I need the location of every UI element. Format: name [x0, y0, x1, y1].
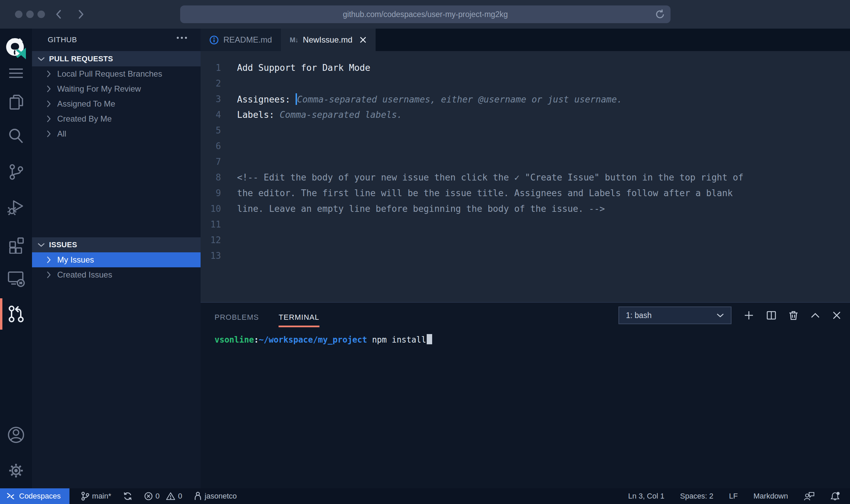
editor-line-5[interactable]: 5: [201, 123, 850, 138]
editor-line-2[interactable]: 2: [201, 76, 850, 91]
eol-status[interactable]: LF: [729, 492, 738, 501]
tree-item-label: My Issues: [57, 255, 94, 265]
git-branch-status[interactable]: main*: [81, 491, 111, 501]
window-controls: [15, 11, 45, 18]
split-terminal-icon[interactable]: [766, 310, 776, 320]
source-control-icon[interactable]: [0, 156, 32, 188]
line-number: 12: [201, 235, 221, 245]
line-number: 9: [201, 188, 221, 198]
editor-line-9[interactable]: 9the editor. The first line will be the …: [201, 185, 850, 201]
sidebar-title: GITHUB: [48, 35, 77, 44]
editor-line-3[interactable]: 3Assignees: Comma-separated usernames, e…: [201, 91, 850, 107]
line-number: 13: [201, 251, 221, 261]
remote-explorer-icon[interactable]: [0, 263, 32, 294]
tree-item-all[interactable]: All: [32, 126, 201, 141]
chevron-right-icon: [46, 115, 51, 123]
editor-line-12[interactable]: 12: [201, 232, 850, 248]
feedback-icon[interactable]: [804, 491, 815, 501]
address-bar[interactable]: github.com/codespaces/user-my-project-mg…: [180, 5, 671, 23]
close-panel-icon[interactable]: [832, 311, 841, 320]
editor-line-8[interactable]: 8<!-- Edit the body of your new issue th…: [201, 170, 850, 185]
kill-terminal-icon[interactable]: [789, 310, 798, 320]
extensions-icon[interactable]: [0, 229, 32, 260]
account-icon[interactable]: [0, 419, 32, 451]
browser-forward-icon[interactable]: [76, 9, 85, 19]
tree-item-label: Created Issues: [57, 270, 112, 280]
menu-icon[interactable]: [0, 58, 32, 89]
maximize-panel-icon[interactable]: [810, 312, 820, 318]
chevron-right-icon: [46, 100, 51, 108]
run-debug-icon[interactable]: [0, 191, 32, 222]
tree-item-local-pull-request-branches[interactable]: Local Pull Request Branches: [32, 66, 201, 81]
line-number: 6: [201, 141, 221, 151]
tab-readme[interactable]: README.md: [201, 29, 281, 51]
terminal-user: vsonline: [215, 335, 254, 345]
editor-line-11[interactable]: 11: [201, 217, 850, 232]
tab-newissue[interactable]: M↓ NewIssue.md: [281, 29, 376, 51]
bottom-panel: PROBLEMS TERMINAL 1: bash: [201, 302, 850, 488]
new-terminal-icon[interactable]: [744, 310, 754, 320]
editor-line-7[interactable]: 7: [201, 154, 850, 170]
search-icon[interactable]: [0, 121, 32, 152]
window-close-button[interactable]: [15, 11, 22, 18]
sync-status[interactable]: [123, 491, 132, 501]
problems-status[interactable]: 0 0: [144, 492, 183, 501]
terminal-cursor: [427, 334, 432, 344]
editor-line-4[interactable]: 4Labels: Comma-separated labels.: [201, 107, 850, 123]
error-count: 0: [156, 492, 160, 501]
editor[interactable]: 1Add Support for Dark Mode23Assignees: C…: [201, 51, 850, 302]
cursor-position-status[interactable]: Ln 3, Col 1: [628, 492, 664, 501]
section-issues[interactable]: ISSUES: [32, 237, 201, 252]
warning-count: 0: [178, 492, 182, 501]
tree-item-my-issues[interactable]: My Issues: [32, 252, 201, 267]
window-zoom-button[interactable]: [37, 11, 45, 18]
language-mode-status[interactable]: Markdown: [754, 492, 788, 501]
author-label: jasonetco: [205, 492, 237, 501]
status-bar: Codespaces main* 0 0 jasonetco Ln 3, Col…: [0, 488, 850, 504]
tree-item-created-issues[interactable]: Created Issues: [32, 267, 201, 282]
code-text: line. Leave an empty line before beginni…: [221, 204, 605, 214]
editor-line-1[interactable]: 1Add Support for Dark Mode: [201, 60, 850, 76]
browser-chrome: github.com/codespaces/user-my-project-mg…: [0, 0, 850, 29]
remote-indicator[interactable]: Codespaces: [0, 488, 69, 504]
more-actions-icon[interactable]: [176, 36, 188, 40]
window-minimize-button[interactable]: [26, 11, 34, 18]
section-pull-requests[interactable]: PULL REQUESTS: [32, 51, 201, 66]
editor-line-10[interactable]: 10line. Leave an empty line before begin…: [201, 201, 850, 217]
tree-item-waiting-for-my-review[interactable]: Waiting For My Review: [32, 81, 201, 96]
line-number: 3: [201, 94, 221, 104]
editor-line-13[interactable]: 13: [201, 248, 850, 264]
tree-item-label: All: [57, 129, 66, 139]
code-text: Labels: Comma-separated labels.: [221, 110, 402, 120]
browser-back-icon[interactable]: [54, 9, 63, 19]
line-number: 5: [201, 125, 221, 136]
line-number: 1: [201, 63, 221, 73]
tree-item-created-by-me[interactable]: Created By Me: [32, 111, 201, 126]
notifications-bell-icon[interactable]: [830, 491, 840, 501]
remote-label: Codespaces: [19, 492, 61, 501]
sidebar: GITHUB PULL REQUESTS Local Pull Request …: [32, 29, 201, 488]
github-pull-requests-icon[interactable]: [0, 298, 32, 330]
code-text: <!-- Edit the body of your new issue the…: [221, 172, 743, 183]
indentation-status[interactable]: Spaces: 2: [680, 492, 713, 501]
explorer-icon[interactable]: [0, 86, 32, 118]
chevron-right-icon: [46, 271, 51, 279]
editor-line-6[interactable]: 6: [201, 138, 850, 154]
terminal-shell-select[interactable]: 1: bash: [618, 306, 731, 324]
chevron-right-icon: [46, 85, 51, 93]
terminal-prompt-line[interactable]: vsonline:~/workspace/my_project npm inst…: [215, 334, 850, 345]
branch-label: main*: [92, 492, 111, 501]
person-icon: [194, 491, 202, 501]
reload-icon[interactable]: [655, 9, 665, 19]
tab-problems[interactable]: PROBLEMS: [215, 313, 259, 327]
settings-gear-icon[interactable]: [0, 455, 32, 486]
chevron-right-icon: [46, 70, 51, 78]
section-label: ISSUES: [49, 240, 77, 249]
line-number: 7: [201, 157, 221, 167]
close-icon[interactable]: [359, 36, 367, 44]
tree-item-assigned-to-me[interactable]: Assigned To Me: [32, 96, 201, 111]
commit-author-status[interactable]: jasonetco: [194, 491, 237, 501]
tab-terminal[interactable]: TERMINAL: [279, 313, 319, 327]
tab-label: NewIssue.md: [303, 35, 352, 45]
line-number: 10: [201, 204, 221, 214]
